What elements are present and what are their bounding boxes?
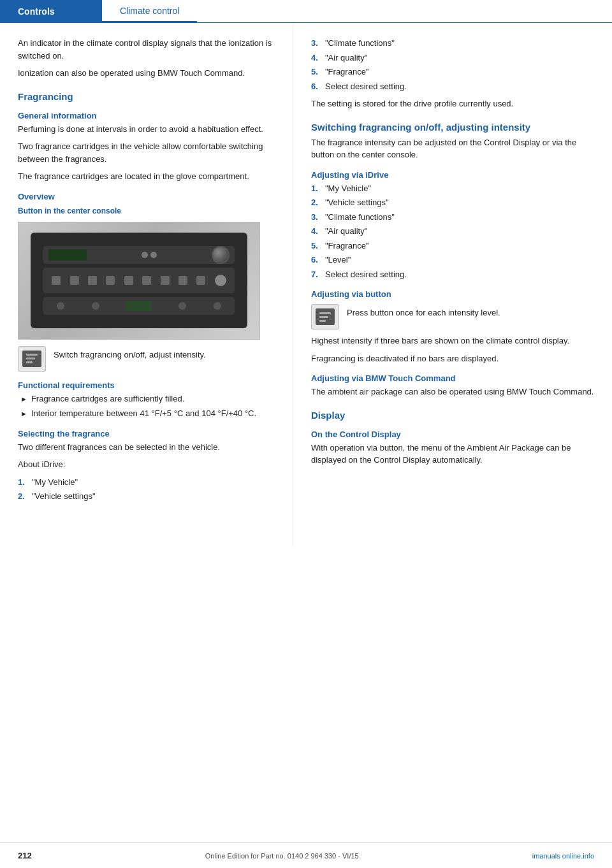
- list-item-1: 1. "My Vehicle": [18, 476, 275, 489]
- footer-edition: Online Edition for Part no. 0140 2 964 3…: [205, 852, 359, 860]
- footer-url: imanuals online.info: [532, 852, 594, 860]
- selecting-title: Selecting the fragrance: [18, 429, 275, 438]
- fragrancing-title: Fragrancing: [18, 91, 275, 102]
- overview-title: Overview: [18, 192, 275, 201]
- right-list-cont: 3. "Climate functions" 4. "Air quality" …: [311, 37, 594, 92]
- general-para-1: Perfuming is done at intervals in order …: [18, 123, 275, 136]
- highest-para: Highest intensity if three bars are show…: [311, 335, 594, 347]
- idrive-item-7: 7. Select desired setting.: [311, 268, 594, 281]
- adj-button-title: Adjusting via button: [311, 289, 594, 299]
- idrive-item-2: 2. "Vehicle settings": [311, 196, 594, 209]
- adj-bmw-title: Adjusting via BMW Touch Command: [311, 373, 594, 383]
- func-req-item-2: ► Interior temperature between 41 °F/+5 …: [20, 407, 275, 420]
- idrive-item-5: 5. "Fragrance": [311, 240, 594, 252]
- intro-para-2: Ionization can also be operated using BM…: [18, 67, 275, 80]
- page-number: 212: [18, 851, 32, 860]
- right-list-item-3: 3. "Climate functions": [311, 37, 594, 50]
- main-content: An indicator in the climate control disp…: [0, 23, 612, 546]
- list-item-2: 2. "Vehicle settings": [18, 490, 275, 503]
- on-control-title: On the Control Display: [311, 430, 594, 439]
- switching-title: Switching fragrancing on/off, adjusting …: [311, 122, 594, 133]
- idrive-item-6: 6. "Level": [311, 254, 594, 266]
- display-title: Display: [311, 410, 594, 421]
- switching-para-1: The fragrance intensity can be adjusted …: [311, 136, 594, 161]
- general-para-3: The fragrance cartridges are located in …: [18, 170, 275, 183]
- button-console-title: Button in the center console: [18, 206, 275, 215]
- intensity-button-icon: [311, 304, 339, 329]
- right-list-item-6: 6. Select desired setting.: [311, 80, 594, 93]
- tab-controls[interactable]: Controls: [0, 0, 102, 22]
- right-list-item-4: 4. "Air quality": [311, 52, 594, 64]
- idrive-item-1: 1. "My Vehicle": [311, 182, 594, 195]
- on-control-para: With operation via button, the menu of t…: [311, 442, 594, 467]
- idrive-list: 1. "My Vehicle" 2. "Vehicle settings" 3.…: [311, 182, 594, 281]
- func-req-item-1: ► Fragrance cartridges are sufficiently …: [20, 393, 275, 405]
- deactivated-para: Fragrancing is deactivated if no bars ar…: [311, 352, 594, 365]
- tab-climate-control[interactable]: Climate control: [102, 0, 197, 22]
- selecting-para-1: Two different fragrances can be selected…: [18, 441, 275, 454]
- button-icon-text: Press button once for each intensity lev…: [347, 307, 500, 319]
- right-column: 3. "Climate functions" 4. "Air quality" …: [293, 23, 612, 546]
- general-para-2: Two fragrance cartridges in the vehicle …: [18, 140, 275, 165]
- func-req-list: ► Fragrance cartridges are sufficiently …: [20, 393, 275, 420]
- arrow-icon-2: ►: [20, 409, 27, 420]
- stored-para: The setting is stored for the drive prof…: [311, 98, 594, 110]
- fragrance-button-icon: [18, 346, 46, 372]
- page-footer: 212 Online Edition for Part no. 0140 2 9…: [0, 843, 612, 868]
- arrow-icon-1: ►: [20, 394, 27, 405]
- console-image: [18, 222, 260, 340]
- general-info-title: General information: [18, 111, 275, 120]
- idrive-item-4: 4. "Air quality": [311, 225, 594, 238]
- console-panel: [31, 233, 247, 328]
- func-req-title: Functional requirements: [18, 380, 275, 390]
- page-header: Controls Climate control: [0, 0, 612, 23]
- left-column: An indicator in the climate control disp…: [0, 23, 293, 546]
- adj-idrive-title: Adjusting via iDrive: [311, 170, 594, 180]
- icon-text-button: Press button once for each intensity lev…: [311, 304, 594, 329]
- selecting-list: 1. "My Vehicle" 2. "Vehicle settings": [18, 476, 275, 503]
- icon-text-switch: Switch fragrancing on/off, adjust intens…: [18, 346, 275, 372]
- right-list-item-5: 5. "Fragrance": [311, 66, 594, 78]
- bmw-touch-para: The ambient air package can also be oper…: [311, 386, 594, 398]
- selecting-para-2: About iDrive:: [18, 458, 275, 471]
- icon-switch-text: Switch fragrancing on/off, adjust intens…: [54, 349, 206, 361]
- idrive-item-3: 3. "Climate functions": [311, 211, 594, 224]
- intro-para-1: An indicator in the climate control disp…: [18, 37, 275, 62]
